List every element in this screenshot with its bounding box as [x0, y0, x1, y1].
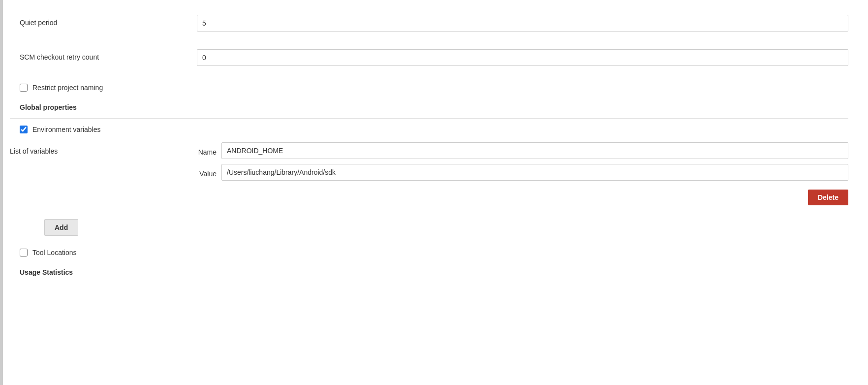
scm-checkout-input[interactable]: [197, 49, 848, 66]
tool-locations-row: Tool Locations: [10, 244, 848, 261]
settings-form: Quiet period SCM checkout retry count Re…: [0, 0, 868, 385]
variable-value-row: Value: [187, 164, 848, 181]
tool-locations-checkbox[interactable]: [20, 249, 28, 257]
add-button[interactable]: Add: [44, 219, 78, 236]
restrict-naming-checkbox[interactable]: [20, 84, 28, 92]
delete-button[interactable]: Delete: [808, 190, 848, 205]
environment-variables-row: Environment variables: [10, 121, 848, 138]
environment-variables-checkbox[interactable]: [20, 126, 28, 133]
scm-checkout-row: SCM checkout retry count: [10, 44, 848, 71]
global-properties-heading: Global properties: [10, 98, 848, 116]
variable-name-input[interactable]: [221, 142, 848, 159]
tool-locations-label[interactable]: Tool Locations: [32, 249, 77, 257]
usage-statistics-heading: Usage Statistics: [10, 263, 848, 281]
quiet-period-label: Quiet period: [10, 15, 197, 27]
restrict-naming-label[interactable]: Restrict project naming: [32, 84, 103, 92]
variable-name-label: Name: [187, 145, 217, 156]
variables-fields: Name Value Delete: [187, 142, 848, 209]
quiet-period-input[interactable]: [197, 15, 848, 32]
variable-value-label: Value: [187, 167, 217, 178]
list-of-variables-label: List of variables: [10, 142, 187, 155]
scm-checkout-label: SCM checkout retry count: [10, 49, 197, 61]
add-row: Add: [10, 212, 848, 236]
environment-variables-label[interactable]: Environment variables: [32, 126, 101, 133]
quiet-period-row: Quiet period: [10, 10, 848, 36]
variable-value-input[interactable]: [221, 164, 848, 181]
variable-name-row: Name: [187, 142, 848, 159]
restrict-naming-row: Restrict project naming: [10, 79, 848, 96]
list-of-variables-row: List of variables Name Value Delete: [10, 142, 848, 209]
divider-1: [10, 118, 848, 119]
delete-row: Delete: [187, 186, 848, 205]
left-accent-bar: [0, 0, 3, 385]
